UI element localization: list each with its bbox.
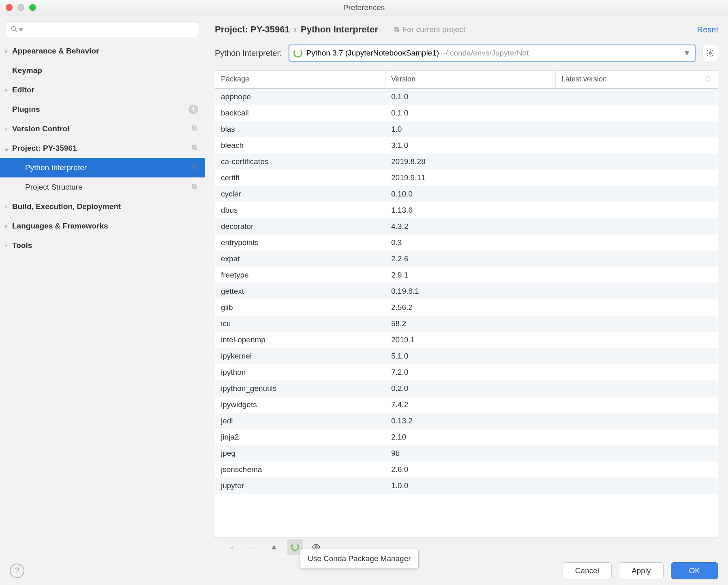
svg-rect-8 [193, 185, 197, 188]
copy-icon [191, 163, 198, 173]
cell-package: jedi [215, 416, 385, 425]
cell-package: intel-openmp [215, 335, 385, 344]
svg-point-13 [315, 546, 317, 548]
settings-tree: ›Appearance & BehaviorKeymap›EditorPlugi… [0, 41, 205, 556]
table-row[interactable]: ca-certificates2019.8.28 [215, 154, 718, 170]
cell-version: 58.2 [385, 319, 556, 328]
table-row[interactable]: jinja22.10 [215, 429, 718, 445]
sidebar-item[interactable]: ›Version Control [0, 119, 205, 139]
sidebar: ▾ ›Appearance & BehaviorKeymap›EditorPlu… [0, 15, 205, 556]
sidebar-item[interactable]: Plugins1 [0, 100, 205, 119]
copy-icon [191, 183, 198, 192]
table-row[interactable]: glib2.56.2 [215, 299, 718, 316]
cell-version: 0.2.0 [385, 384, 556, 393]
cell-package: ipykernel [215, 352, 385, 361]
cell-package: entrypoints [215, 238, 385, 247]
cell-package: icu [215, 319, 385, 328]
breadcrumb-separator: › [294, 24, 297, 35]
cell-version: 2019.1 [385, 335, 556, 344]
sidebar-item[interactable]: ›Build, Execution, Deployment [0, 197, 205, 216]
table-row[interactable]: backcall0.1.0 [215, 105, 718, 121]
search-icon [10, 25, 18, 33]
table-row[interactable]: certifi2019.9.11 [215, 170, 718, 186]
cell-package: jinja2 [215, 433, 385, 442]
interpreter-dropdown[interactable]: Python 3.7 (JupyterNotebookSample1) ~/.c… [289, 45, 696, 62]
svg-rect-11 [394, 28, 397, 31]
table-row[interactable]: dbus1.13.6 [215, 202, 718, 218]
content-panel: Project: PY-35961 › Python Interpreter F… [205, 15, 728, 556]
col-package[interactable]: Package [215, 71, 385, 88]
copy-icon [191, 144, 198, 153]
search-dropdown-icon[interactable]: ▾ [19, 25, 23, 34]
table-row[interactable]: cycler0.10.0 [215, 186, 718, 202]
sidebar-item[interactable]: ›Editor [0, 80, 205, 100]
expand-icon: › [0, 125, 12, 132]
cell-package: jsonschema [215, 465, 385, 474]
col-version[interactable]: Version [385, 71, 556, 88]
triangle-up-icon: ▲ [270, 542, 278, 551]
search-input[interactable] [26, 25, 195, 34]
table-row[interactable]: ipython_genutils0.2.0 [215, 380, 718, 397]
sidebar-item[interactable]: ›Appearance & Behavior [0, 41, 205, 61]
breadcrumb-project[interactable]: Project: PY-35961 [215, 24, 290, 35]
add-package-button[interactable]: ＋ [224, 539, 240, 555]
table-row[interactable]: ipykernel5.1.0 [215, 348, 718, 364]
table-row[interactable]: expat2.2.6 [215, 251, 718, 267]
table-row[interactable]: icu58.2 [215, 316, 718, 332]
table-row[interactable]: intel-openmp2019.1 [215, 332, 718, 348]
cell-version: 9b [385, 449, 556, 458]
cancel-button[interactable]: Cancel [563, 562, 612, 579]
table-row[interactable]: entrypoints0.3 [215, 235, 718, 251]
ok-button[interactable]: OK [671, 562, 718, 579]
breadcrumb-page: Python Interpreter [301, 24, 378, 35]
table-row[interactable]: jpeg9b [215, 445, 718, 461]
table-row[interactable]: jedi0.13.2 [215, 413, 718, 429]
cell-package: bleach [215, 141, 385, 150]
copy-icon [393, 26, 400, 33]
expand-icon: › [0, 222, 12, 230]
table-row[interactable]: decorator4.3.2 [215, 218, 718, 235]
cell-version: 0.13.2 [385, 416, 556, 425]
sidebar-item[interactable]: Keymap [0, 61, 205, 80]
sidebar-subitem[interactable]: Python Interpreter [0, 158, 205, 177]
table-row[interactable]: jsonschema2.6.0 [215, 461, 718, 478]
table-row[interactable]: ipython7.2.0 [215, 364, 718, 380]
expand-icon: › [0, 86, 12, 94]
sidebar-item[interactable]: ›Languages & Frameworks [0, 216, 205, 236]
search-input-wrap[interactable]: ▾ [6, 21, 199, 37]
svg-point-0 [11, 26, 15, 30]
upgrade-package-button[interactable]: ▲ [266, 539, 282, 555]
cell-package: jpeg [215, 449, 385, 458]
packages-toolbar: ＋ － ▲ [215, 537, 718, 556]
sidebar-subitem[interactable]: Project Structure [0, 177, 205, 197]
cell-package: gettext [215, 287, 385, 296]
sidebar-item[interactable]: ›Tools [0, 236, 205, 255]
cell-version: 2019.8.28 [385, 157, 556, 166]
cell-package: appnope [215, 92, 385, 101]
help-button[interactable]: ? [10, 564, 24, 578]
cell-version: 0.19.8.1 [385, 287, 556, 296]
remove-package-button[interactable]: － [245, 539, 261, 555]
breadcrumb: Project: PY-35961 › Python Interpreter F… [205, 15, 728, 40]
table-row[interactable]: ipywidgets7.4.2 [215, 397, 718, 413]
sidebar-item-label: Keymap [12, 66, 205, 75]
table-row[interactable]: gettext0.19.8.1 [215, 283, 718, 299]
copy-icon [191, 124, 198, 134]
cell-version: 7.4.2 [385, 400, 556, 409]
interpreter-settings-button[interactable] [702, 45, 718, 61]
sidebar-item[interactable]: ⌄Project: PY-35961 [0, 139, 205, 158]
apply-button[interactable]: Apply [619, 562, 664, 579]
cell-version: 1.13.6 [385, 206, 556, 215]
question-icon: ? [15, 566, 19, 575]
table-row[interactable]: freetype2.9.1 [215, 267, 718, 283]
table-row[interactable]: blas1.0 [215, 121, 718, 137]
table-row[interactable]: appnope0.1.0 [215, 89, 718, 105]
footer: ? Use Conda Package Manager Cancel Apply… [0, 556, 728, 585]
expand-icon: › [0, 242, 12, 249]
cell-version: 2.2.6 [385, 254, 556, 263]
col-latest[interactable]: Latest version [556, 71, 718, 88]
interpreter-label: Python Interpreter: [215, 49, 282, 58]
table-row[interactable]: bleach3.1.0 [215, 137, 718, 154]
reset-link[interactable]: Reset [697, 25, 718, 34]
table-row[interactable]: jupyter1.0.0 [215, 478, 718, 494]
